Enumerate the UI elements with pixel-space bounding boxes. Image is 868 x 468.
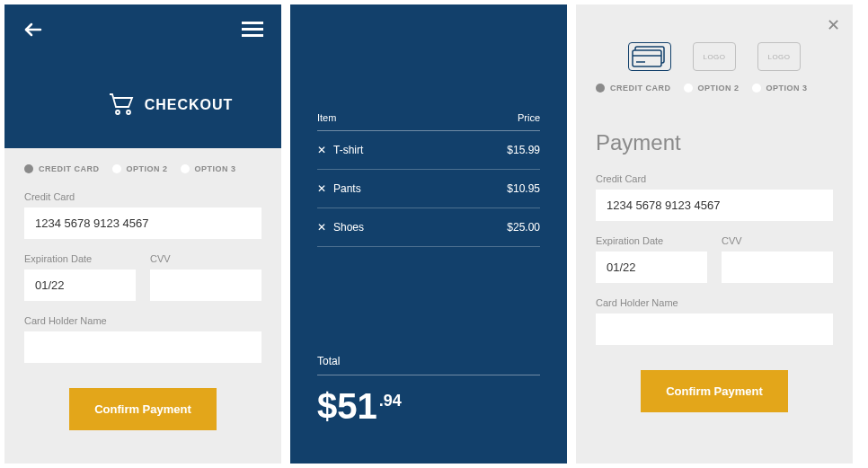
remove-item-icon[interactable]: ✕ [317,182,333,195]
option-label: OPTION 3 [195,164,236,173]
credit-card-label: Credit Card [24,191,261,202]
cart-item-name: Shoes [333,221,507,234]
radio-icon [181,164,190,173]
holder-input[interactable] [596,313,833,345]
price-header: Price [518,112,540,123]
option-3[interactable]: OPTION 3 [181,164,236,173]
payment-panel: ✕ LOGO LOGO CREDIT CARD OPTION 2 OPTION … [576,4,853,464]
radio-icon [684,84,693,93]
total-amount: $51.94 [317,386,540,427]
close-icon[interactable]: ✕ [827,15,840,35]
option-credit-card[interactable]: CREDIT CARD [24,164,100,173]
back-arrow-icon[interactable] [22,19,44,44]
option-2[interactable]: OPTION 2 [684,84,740,93]
holder-label: Card Holder Name [24,315,261,326]
svg-point-4 [116,110,120,114]
cart-item-price: $10.95 [507,182,540,195]
cart-header-row: Item Price [317,112,540,131]
cart-panel: Item Price ✕ T-shirt $15.99 ✕ Pants $10.… [290,4,567,464]
menu-icon[interactable] [242,22,263,41]
cart-row: ✕ Pants $10.95 [317,170,540,208]
cvv-input[interactable] [722,252,833,283]
svg-rect-2 [242,28,263,31]
credit-card-icon[interactable] [628,42,671,71]
cart-row: ✕ T-shirt $15.99 [317,131,540,170]
option-label: OPTION 2 [698,84,740,93]
confirm-payment-button[interactable]: Confirm Payment [69,388,217,430]
card-logo-option[interactable]: LOGO [693,42,736,71]
cvv-input[interactable] [150,269,261,301]
svg-rect-7 [633,50,661,66]
option-label: CREDIT CARD [39,164,100,173]
payment-form: Credit Card Expiration Date CVV Card Hol… [576,166,853,412]
radio-icon [752,84,761,93]
cart-item-name: Pants [333,182,507,195]
radio-icon [24,164,33,173]
credit-card-input[interactable] [596,190,833,221]
remove-item-icon[interactable]: ✕ [317,144,333,156]
total-label: Total [317,355,540,375]
holder-label: Card Holder Name [596,297,833,308]
card-type-row: LOGO LOGO [576,4,853,71]
option-2[interactable]: OPTION 2 [112,164,168,173]
logo-text: LOGO [703,53,725,61]
cart-item-name: T-shirt [333,144,507,156]
cart-item-price: $25.00 [507,221,540,234]
payment-options: CREDIT CARD OPTION 2 OPTION 3 [576,71,853,103]
holder-input[interactable] [24,331,261,363]
cart-item-price: $15.99 [507,144,540,156]
option-label: OPTION 2 [127,164,168,173]
radio-icon [596,84,605,93]
radio-icon [112,164,121,173]
item-header: Item [317,112,336,123]
total-whole: $51 [317,386,377,426]
expiration-input[interactable] [24,269,136,301]
total-cents: .94 [379,392,402,410]
logo-text: LOGO [767,53,790,61]
card-logo-option[interactable]: LOGO [757,42,801,71]
credit-card-input[interactable] [24,208,261,239]
expiration-input[interactable] [596,252,707,283]
payment-title: Payment [576,103,853,166]
svg-point-5 [127,110,130,114]
cvv-label: CVV [150,253,261,264]
credit-card-label: Credit Card [596,173,833,184]
expiration-label: Expiration Date [24,253,136,264]
option-label: CREDIT CARD [610,84,671,93]
remove-item-icon[interactable]: ✕ [317,221,333,234]
option-credit-card[interactable]: CREDIT CARD [596,84,671,93]
cart-icon [107,91,136,119]
payment-options: CREDIT CARD OPTION 2 OPTION 3 [4,148,281,184]
checkout-header: CHECKOUT [4,4,281,148]
svg-rect-3 [242,34,263,37]
cart-row: ✕ Shoes $25.00 [317,208,540,247]
payment-form: Credit Card Expiration Date CVV Card Hol… [4,184,281,430]
svg-rect-1 [242,22,263,24]
confirm-payment-button[interactable]: Confirm Payment [641,370,788,412]
checkout-panel: CHECKOUT CREDIT CARD OPTION 2 OPTION 3 C… [4,4,281,464]
cvv-label: CVV [722,235,833,246]
checkout-title: CHECKOUT [145,97,234,113]
option-label: OPTION 3 [766,84,808,93]
expiration-label: Expiration Date [596,235,707,246]
option-3[interactable]: OPTION 3 [752,84,808,93]
